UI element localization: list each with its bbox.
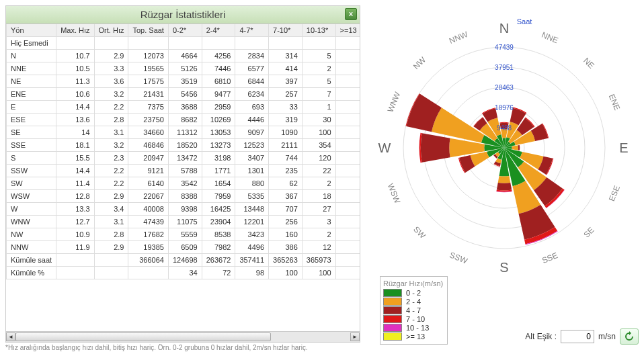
value-cell: 1654 <box>202 177 235 190</box>
value-cell: 19385 <box>128 241 168 254</box>
table-row: W13.33.4400089398164251344870727 <box>7 203 360 216</box>
scroll-right-icon[interactable]: ► <box>350 333 360 341</box>
table-row: NE11.33.6175753519681068443975 <box>7 75 360 88</box>
value-cell: 18 <box>302 190 335 203</box>
value-cell: 20947 <box>128 152 168 165</box>
legend-item: 0 - 2 <box>383 289 443 297</box>
value-cell: 27 <box>302 203 335 216</box>
refresh-button[interactable] <box>620 328 639 345</box>
table-row: SE143.134660113121305390971090100 <box>7 126 360 139</box>
dir-cell: SSE <box>7 139 56 152</box>
value-cell: 9121 <box>128 165 168 177</box>
value-cell <box>335 190 360 203</box>
value-cell: 7982 <box>202 241 235 254</box>
value-cell: 12201 <box>235 216 269 228</box>
table-row: S15.52.3209471347231983407744120 <box>7 152 360 165</box>
value-cell: 12.8 <box>56 190 94 203</box>
value-cell: 366064 <box>128 254 168 267</box>
value-cell: 3.3 <box>94 62 128 75</box>
value-cell: 72 <box>202 267 235 279</box>
value-cell: 11.9 <box>56 241 94 254</box>
dir-cell: SE <box>7 126 56 139</box>
col-header[interactable]: Top. Saat <box>128 24 168 37</box>
refresh-icon <box>624 331 635 342</box>
value-cell: 1301 <box>235 165 269 177</box>
value-cell <box>335 126 360 139</box>
table-title-bar: Rüzgar İstatistikleri X <box>6 6 360 24</box>
table-row: WSW12.82.92206783887959533536718 <box>7 190 360 203</box>
horizontal-scrollbar[interactable]: ◄ ► <box>6 331 360 342</box>
value-cell <box>94 254 128 267</box>
scroll-left-icon[interactable]: ◄ <box>6 333 15 341</box>
value-cell <box>335 114 360 126</box>
value-cell: 6234 <box>235 88 269 101</box>
table-scroll[interactable]: YönMax. HızOrt. HızTop. Saat0-2*2-4*4-7*… <box>6 24 360 331</box>
value-cell: 2.8 <box>94 114 128 126</box>
table-row: ENE10.63.2214315456947762342577 <box>7 88 360 101</box>
value-cell <box>335 152 360 165</box>
col-header[interactable]: 0-2* <box>168 24 202 37</box>
table-title: Rüzgar İstatistikleri <box>140 9 226 20</box>
value-cell: 124698 <box>168 254 202 267</box>
value-cell <box>335 37 360 50</box>
col-header[interactable]: 4-7* <box>235 24 269 37</box>
value-cell: 13.6 <box>56 114 94 126</box>
value-cell: 9477 <box>202 88 235 101</box>
col-header[interactable]: 2-4* <box>202 24 235 37</box>
value-cell: 100 <box>302 267 335 279</box>
legend-item: 4 - 7 <box>383 306 443 314</box>
compass-direction-label: W <box>378 140 391 156</box>
value-cell <box>335 216 360 228</box>
compass-direction-label: N <box>499 21 509 36</box>
col-header[interactable]: Yön <box>7 24 56 37</box>
col-header[interactable]: Max. Hız <box>56 24 94 37</box>
col-header[interactable]: 7-10* <box>269 24 303 37</box>
value-cell: 7 <box>302 88 335 101</box>
stats-table-container: Rüzgar İstatistikleri X YönMax. HızOrt. … <box>5 5 360 343</box>
value-cell: 13472 <box>168 152 202 165</box>
dir-cell: NNE <box>7 62 56 75</box>
value-cell: 23904 <box>202 216 235 228</box>
value-cell: 3.2 <box>94 88 128 101</box>
value-cell <box>335 228 360 241</box>
value-cell <box>56 267 94 279</box>
value-cell: 693 <box>235 101 269 114</box>
value-cell: 22067 <box>128 190 168 203</box>
value-cell: 4496 <box>235 241 269 254</box>
value-cell: 12073 <box>128 50 168 62</box>
value-cell: 40008 <box>128 203 168 216</box>
value-cell <box>94 267 128 279</box>
col-header[interactable]: Ort. Hız <box>94 24 128 37</box>
value-cell: 11.3 <box>56 75 94 88</box>
value-cell: 100 <box>302 126 335 139</box>
value-cell: 5 <box>302 50 335 62</box>
scroll-thumb[interactable] <box>15 333 271 341</box>
value-cell: 10269 <box>202 114 235 126</box>
table-row: NNE10.53.3195655126744665774142 <box>7 62 360 75</box>
value-cell: 256 <box>269 216 303 228</box>
value-cell <box>235 37 269 50</box>
table-row: WNW12.73.1474391107523904122012563 <box>7 216 360 228</box>
value-cell <box>269 37 303 50</box>
legend: Rüzgar Hızı(m/sn) 0 - 22 - 44 - 77 - 101… <box>380 276 448 345</box>
radial-tick-label: 47439 <box>495 44 514 51</box>
table-row: SW11.42.2614035421654880622 <box>7 177 360 190</box>
value-cell: 5 <box>302 75 335 88</box>
value-cell: 744 <box>269 152 303 165</box>
dir-cell: WNW <box>7 216 56 228</box>
col-header[interactable]: >=13 <box>335 24 360 37</box>
value-cell: 1771 <box>202 165 235 177</box>
threshold-input[interactable] <box>561 330 594 343</box>
value-cell <box>202 37 235 50</box>
export-excel-icon[interactable]: X <box>345 8 357 20</box>
table-row: NNW11.92.91938565097982449638612 <box>7 241 360 254</box>
dir-cell: Hiç Esmedi <box>7 37 56 50</box>
value-cell: 3.1 <box>94 216 128 228</box>
value-cell: 2111 <box>269 139 303 152</box>
dir-cell: Kümüle saat <box>7 254 56 267</box>
value-cell: 19565 <box>128 62 168 75</box>
value-cell: 3688 <box>168 101 202 114</box>
dir-cell: ESE <box>7 114 56 126</box>
col-header[interactable]: 10-13* <box>302 24 335 37</box>
value-cell: 2 <box>302 177 335 190</box>
